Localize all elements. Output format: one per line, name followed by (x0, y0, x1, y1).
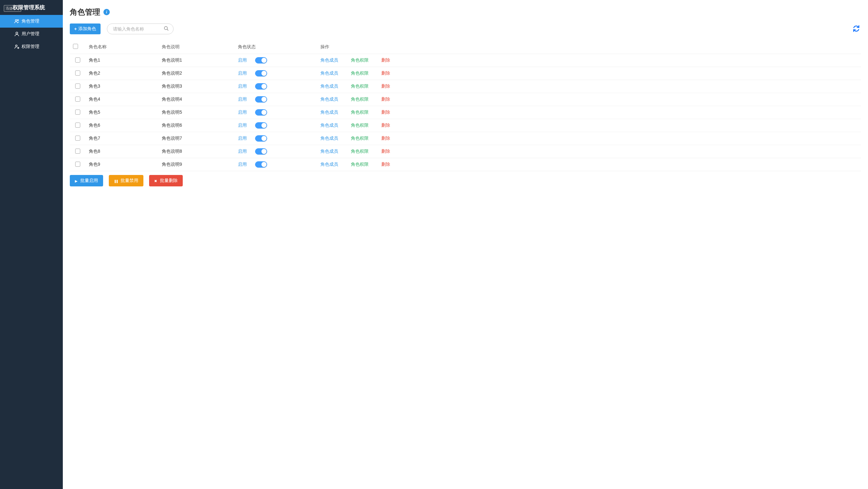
sidebar-item-1[interactable]: 用户管理 (0, 28, 63, 40)
members-link[interactable]: 角色成员 (320, 122, 338, 128)
members-link[interactable]: 角色成员 (320, 136, 338, 141)
delete-link[interactable]: 删除 (381, 96, 390, 102)
status-toggle[interactable] (255, 122, 267, 128)
row-checkbox[interactable] (75, 162, 80, 167)
page-title-text: 角色管理 (70, 7, 100, 17)
members-link[interactable]: 角色成员 (320, 96, 338, 102)
page-title: 角色管理 i (70, 7, 861, 17)
role-status-cell: 启用 (235, 80, 317, 93)
status-toggle[interactable] (255, 109, 267, 116)
members-link[interactable]: 角色成员 (320, 162, 338, 167)
status-toggle[interactable] (255, 161, 267, 168)
delete-link[interactable]: 删除 (381, 122, 390, 128)
delete-link[interactable]: 删除 (381, 110, 390, 115)
info-icon[interactable]: i (103, 9, 110, 15)
sidebar-item-label: 角色管理 (22, 19, 39, 24)
row-checkbox[interactable] (75, 149, 80, 154)
role-status-cell: 启用 (235, 106, 317, 119)
table-row: 角色1角色说明1启用角色成员角色权限删除 (70, 54, 861, 67)
status-label: 启用 (238, 136, 247, 141)
bulk-actions: 批量启用 批量禁用 批量删除 (70, 175, 861, 186)
role-status-cell: 启用 (235, 54, 317, 67)
add-role-button[interactable]: + 添加角色 (70, 24, 100, 34)
table-row: 角色2角色说明2启用角色成员角色权限删除 (70, 67, 861, 80)
role-name-cell: 角色4 (86, 93, 159, 106)
x-icon (154, 178, 158, 183)
perms-link[interactable]: 角色权限 (351, 122, 369, 128)
refresh-button[interactable] (851, 24, 861, 34)
row-checkbox[interactable] (75, 110, 80, 115)
row-checkbox[interactable] (75, 136, 80, 141)
status-label: 启用 (238, 110, 247, 115)
select-all-checkbox[interactable] (73, 44, 78, 49)
status-label: 启用 (238, 96, 247, 102)
status-toggle[interactable] (255, 135, 267, 142)
table-row: 角色9角色说明9启用角色成员角色权限删除 (70, 158, 861, 171)
row-checkbox-cell (70, 145, 86, 158)
role-ops-cell: 角色成员角色权限删除 (317, 132, 861, 145)
perms-link[interactable]: 角色权限 (351, 136, 369, 141)
sidebar-item-2[interactable]: 权限管理 (0, 40, 63, 53)
status-label: 启用 (238, 57, 247, 63)
role-desc-cell: 角色说明2 (159, 67, 235, 80)
role-name-cell: 角色1 (86, 54, 159, 67)
perms-link[interactable]: 角色权限 (351, 70, 369, 76)
table-row: 角色3角色说明3启用角色成员角色权限删除 (70, 80, 861, 93)
perms-link[interactable]: 角色权限 (351, 110, 369, 115)
perms-link[interactable]: 角色权限 (351, 57, 369, 63)
delete-link[interactable]: 删除 (381, 162, 390, 167)
row-checkbox-cell (70, 54, 86, 67)
delete-link[interactable]: 删除 (381, 84, 390, 89)
sidebar-item-label: 权限管理 (22, 44, 39, 50)
row-checkbox-cell (70, 119, 86, 132)
role-desc-cell: 角色说明6 (159, 119, 235, 132)
role-desc-cell: 角色说明9 (159, 158, 235, 171)
role-name-cell: 角色3 (86, 80, 159, 93)
perms-link[interactable]: 角色权限 (351, 149, 369, 154)
bulk-enable-button[interactable]: 批量启用 (70, 175, 103, 186)
status-toggle[interactable] (255, 96, 267, 103)
perms-link[interactable]: 角色权限 (351, 96, 369, 102)
bulk-delete-button[interactable]: 批量删除 (149, 175, 183, 186)
row-checkbox-cell (70, 80, 86, 93)
row-checkbox-cell (70, 106, 86, 119)
bulk-disable-button[interactable]: 批量禁用 (109, 175, 144, 186)
members-link[interactable]: 角色成员 (320, 70, 338, 76)
members-link[interactable]: 角色成员 (320, 57, 338, 63)
svg-point-2 (16, 32, 18, 34)
members-link[interactable]: 角色成员 (320, 110, 338, 115)
perms-link[interactable]: 角色权限 (351, 84, 369, 89)
row-checkbox-cell (70, 158, 86, 171)
bulk-delete-label: 批量删除 (160, 178, 178, 183)
row-checkbox[interactable] (75, 57, 80, 62)
bulk-enable-label: 批量启用 (80, 178, 98, 183)
delete-link[interactable]: 删除 (381, 136, 390, 141)
members-link[interactable]: 角色成员 (320, 149, 338, 154)
status-toggle[interactable] (255, 148, 267, 155)
role-desc-cell: 角色说明1 (159, 54, 235, 67)
roles-table: 角色名称 角色说明 角色状态 操作 角色1角色说明1启用角色成员角色权限删除角色… (70, 40, 861, 171)
role-name-cell: 角色9 (86, 158, 159, 171)
delete-link[interactable]: 删除 (381, 70, 390, 76)
status-toggle[interactable] (255, 83, 267, 90)
table-row: 角色5角色说明5启用角色成员角色权限删除 (70, 106, 861, 119)
search-icon[interactable] (163, 26, 169, 32)
row-checkbox[interactable] (75, 84, 80, 89)
status-label: 启用 (238, 162, 247, 167)
delete-link[interactable]: 删除 (381, 149, 390, 154)
role-desc-cell: 角色说明4 (159, 93, 235, 106)
status-toggle[interactable] (255, 70, 267, 77)
sidebar-item-0[interactable]: 角色管理 (0, 15, 63, 28)
perms-link[interactable]: 角色权限 (351, 162, 369, 167)
role-desc-cell: 角色说明3 (159, 80, 235, 93)
row-checkbox[interactable] (75, 122, 80, 128)
row-checkbox[interactable] (75, 96, 80, 102)
members-link[interactable]: 角色成员 (320, 84, 338, 89)
row-checkbox[interactable] (75, 70, 80, 76)
table-row: 角色4角色说明4启用角色成员角色权限删除 (70, 93, 861, 106)
svg-line-6 (167, 29, 168, 30)
delete-link[interactable]: 删除 (381, 57, 390, 63)
status-toggle[interactable] (255, 57, 267, 63)
svg-point-1 (18, 19, 19, 21)
role-status-cell: 启用 (235, 119, 317, 132)
